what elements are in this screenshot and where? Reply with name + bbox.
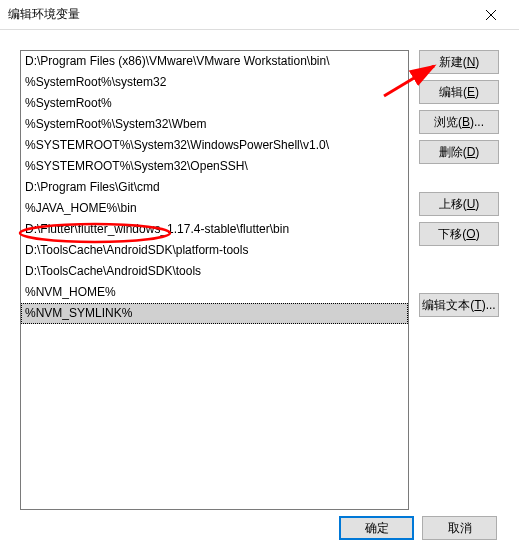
list-item[interactable]: %SystemRoot%\System32\Wbem — [21, 114, 408, 135]
delete-button[interactable]: 删除(D) — [419, 140, 499, 164]
list-item[interactable]: D:\ToolsCache\AndroidSDK\platform-tools — [21, 240, 408, 261]
list-item[interactable]: D:\ToolsCache\AndroidSDK\tools — [21, 261, 408, 282]
new-button[interactable]: 新建(N) — [419, 50, 499, 74]
list-item[interactable]: %JAVA_HOME%\bin — [21, 198, 408, 219]
list-item[interactable]: %SYSTEMROOT%\System32\OpenSSH\ — [21, 156, 408, 177]
moveup-button[interactable]: 上移(U) — [419, 192, 499, 216]
path-listbox[interactable]: D:\Program Files (x86)\VMware\VMware Wor… — [20, 50, 409, 510]
list-item[interactable]: D:\Program Files\Git\cmd — [21, 177, 408, 198]
bottom-bar: 确定 取消 — [339, 516, 497, 540]
list-item[interactable]: D:\Program Files (x86)\VMware\VMware Wor… — [21, 51, 408, 72]
close-button[interactable] — [471, 0, 511, 30]
list-item[interactable]: %NVM_SYMLINK% — [21, 303, 408, 324]
titlebar: 编辑环境变量 — [0, 0, 519, 30]
edit-button[interactable]: 编辑(E) — [419, 80, 499, 104]
button-column: 新建(N) 编辑(E) 浏览(B)... 删除(D) 上移(U) 下移(O) 编… — [419, 50, 499, 510]
movedown-button[interactable]: 下移(O) — [419, 222, 499, 246]
dialog-content: D:\Program Files (x86)\VMware\VMware Wor… — [0, 30, 519, 520]
edittext-button[interactable]: 编辑文本(T)... — [419, 293, 499, 317]
ok-button[interactable]: 确定 — [339, 516, 414, 540]
browse-button[interactable]: 浏览(B)... — [419, 110, 499, 134]
list-item[interactable]: %NVM_HOME% — [21, 282, 408, 303]
cancel-button[interactable]: 取消 — [422, 516, 497, 540]
list-item[interactable]: %SYSTEMROOT%\System32\WindowsPowerShell\… — [21, 135, 408, 156]
window-title: 编辑环境变量 — [8, 6, 471, 23]
list-item[interactable]: D:\Flutter\flutter_windows_1.17.4-stable… — [21, 219, 408, 240]
list-item[interactable]: %SystemRoot%\system32 — [21, 72, 408, 93]
close-icon — [486, 10, 496, 20]
list-item[interactable]: %SystemRoot% — [21, 93, 408, 114]
